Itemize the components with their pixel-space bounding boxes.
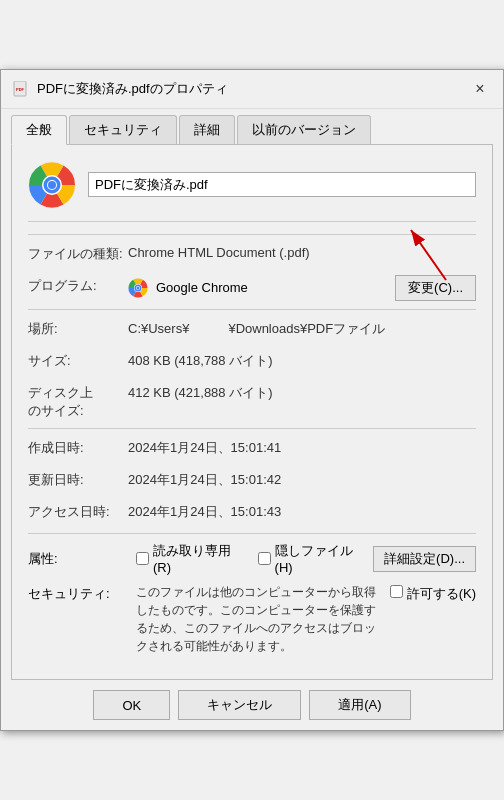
detail-settings-button[interactable]: 詳細設定(D)... [373, 546, 476, 572]
dialog-title: PDFに変換済み.pdfのプロパティ [37, 80, 228, 98]
arrow-icon [356, 215, 456, 285]
divider-2 [28, 309, 476, 310]
location-label: 場所: [28, 318, 128, 338]
svg-text:PDF: PDF [16, 87, 25, 92]
hidden-checkbox[interactable] [258, 552, 271, 565]
readonly-checkbox-item[interactable]: 読み取り専用(R) [136, 542, 244, 575]
chrome-large-icon [28, 161, 76, 209]
modified-row: 更新日時: 2024年1月24日、15:01:42 [28, 469, 476, 493]
security-label: セキュリティ: [28, 583, 128, 603]
svg-line-9 [411, 230, 446, 280]
disk-size-label: ディスク上のサイズ: [28, 382, 128, 420]
apply-button[interactable]: 適用(A) [309, 690, 410, 720]
disk-size-value: 412 KB (421,888 バイト) [128, 382, 476, 402]
close-button[interactable]: × [469, 78, 491, 100]
hidden-label: 隠しファイル(H) [275, 542, 366, 575]
checkbox-group: 読み取り専用(R) 隠しファイル(H) [136, 542, 365, 575]
size-value: 408 KB (418,788 バイト) [128, 350, 476, 370]
size-row: サイズ: 408 KB (418,788 バイト) [28, 350, 476, 374]
program-label: プログラム: [28, 275, 128, 295]
tab-previous-versions[interactable]: 以前のバージョン [237, 115, 371, 144]
readonly-checkbox[interactable] [136, 552, 149, 565]
readonly-label: 読み取り専用(R) [153, 542, 244, 575]
file-type-label: ファイルの種類: [28, 243, 128, 263]
attributes-label: 属性: [28, 550, 128, 568]
svg-point-7 [48, 181, 56, 189]
properties-content: ファイルの種類: Chrome HTML Document (.pdf) プログ… [11, 144, 493, 680]
pdf-title-icon: PDF [13, 81, 29, 97]
accessed-value: 2024年1月24日、15:01:43 [128, 501, 476, 521]
bottom-buttons: OK キャンセル 適用(A) [1, 680, 503, 730]
created-value: 2024年1月24日、15:01:41 [128, 437, 476, 457]
tab-security[interactable]: セキュリティ [69, 115, 177, 144]
security-text: このファイルは他のコンピューターから取得したものです。このコンピューターを保護す… [136, 583, 382, 655]
created-label: 作成日時: [28, 437, 128, 457]
svg-point-14 [137, 286, 140, 289]
properties-dialog: PDF PDFに変換済み.pdfのプロパティ × 全般 セキュリティ 詳細 以前… [0, 69, 504, 731]
security-row: セキュリティ: このファイルは他のコンピューターから取得したものです。このコンピ… [28, 583, 476, 655]
modified-label: 更新日時: [28, 469, 128, 489]
program-name: Google Chrome [156, 280, 387, 295]
attributes-row: 属性: 読み取り専用(R) 隠しファイル(H) 詳細設定(D)... [28, 542, 476, 575]
cancel-button[interactable]: キャンセル [178, 690, 301, 720]
security-allow-checkbox[interactable]: 許可する(K) [390, 583, 476, 603]
created-row: 作成日時: 2024年1月24日、15:01:41 [28, 437, 476, 461]
tab-details[interactable]: 詳細 [179, 115, 235, 144]
divider-3 [28, 428, 476, 429]
ok-button[interactable]: OK [93, 690, 170, 720]
modified-value: 2024年1月24日、15:01:42 [128, 469, 476, 489]
hidden-checkbox-item[interactable]: 隠しファイル(H) [258, 542, 366, 575]
tab-general[interactable]: 全般 [11, 115, 67, 145]
allow-label: 許可する(K) [407, 585, 476, 603]
file-header [28, 161, 476, 222]
tabs-container: 全般 セキュリティ 詳細 以前のバージョン [1, 109, 503, 144]
title-bar-left: PDF PDFに変換済み.pdfのプロパティ [13, 80, 228, 98]
title-bar: PDF PDFに変換済み.pdfのプロパティ × [1, 70, 503, 109]
chrome-small-icon [128, 278, 148, 298]
divider-4 [28, 533, 476, 534]
disk-size-row: ディスク上のサイズ: 412 KB (421,888 バイト) [28, 382, 476, 420]
allow-checkbox[interactable] [390, 585, 403, 598]
accessed-row: アクセス日時: 2024年1月24日、15:01:43 [28, 501, 476, 525]
size-label: サイズ: [28, 350, 128, 370]
accessed-label: アクセス日時: [28, 501, 128, 521]
location-row: 場所: C:¥Users¥ ¥Downloads¥PDFファイル [28, 318, 476, 342]
location-value: C:¥Users¥ ¥Downloads¥PDFファイル [128, 318, 476, 338]
file-name-input[interactable] [88, 172, 476, 197]
